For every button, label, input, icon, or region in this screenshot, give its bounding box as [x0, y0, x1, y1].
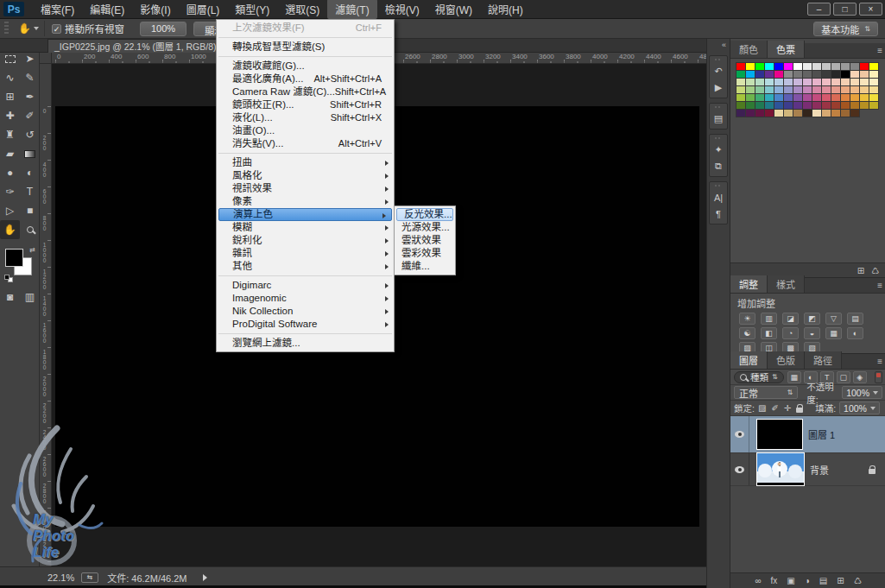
swatch[interactable]	[793, 110, 802, 117]
swatch[interactable]	[774, 102, 783, 109]
menu-item[interactable]: 鏡頭校正(R)...Shift+Ctrl+R	[217, 98, 394, 111]
swatch[interactable]	[841, 63, 850, 70]
swatch[interactable]	[746, 86, 755, 93]
swatch[interactable]	[803, 63, 812, 70]
swatch[interactable]	[860, 94, 869, 101]
filter-toggle-switch[interactable]	[875, 371, 882, 383]
tool-quick-selection[interactable]: ✎	[20, 68, 40, 87]
swatch[interactable]	[850, 110, 859, 117]
swatch[interactable]	[822, 79, 831, 85]
swatch[interactable]	[822, 86, 831, 93]
swatch[interactable]	[850, 94, 859, 101]
swatch[interactable]	[831, 110, 840, 117]
swatch[interactable]	[869, 102, 878, 109]
swatch[interactable]	[774, 71, 783, 78]
scroll-all-windows-checkbox[interactable]: ✓	[52, 24, 61, 34]
swatch[interactable]	[850, 86, 859, 93]
swatch[interactable]	[765, 79, 774, 85]
swatch[interactable]	[803, 79, 812, 85]
new-adjustment-icon[interactable]: ◑	[805, 576, 810, 585]
lock-pixels-icon[interactable]: ✐	[771, 403, 778, 413]
menu-item[interactable]: 最適化廣角(A)...Alt+Shift+Ctrl+A	[217, 73, 394, 85]
menu-item[interactable]: 其他	[217, 260, 394, 273]
tool-blur[interactable]: ●	[0, 163, 20, 182]
swatch[interactable]	[755, 63, 764, 70]
menu-item[interactable]: 風格化	[217, 169, 394, 182]
actions-panel-button[interactable]: ▶	[710, 79, 727, 96]
swatch[interactable]	[869, 63, 878, 70]
tool-spot-healing[interactable]: ✚	[0, 106, 20, 125]
swatch[interactable]	[860, 63, 869, 70]
menu-item[interactable]: 雜訊	[217, 247, 394, 260]
swatch[interactable]	[793, 79, 802, 85]
swatch[interactable]	[822, 63, 831, 70]
swatch[interactable]	[803, 71, 812, 78]
menu-item[interactable]: 油畫(O)...	[217, 124, 394, 137]
swatch[interactable]	[812, 94, 821, 101]
menu-item[interactable]: ProDigital Software	[217, 318, 394, 331]
swatch[interactable]	[812, 86, 821, 93]
menu-item[interactable]: 消失點(V)...Alt+Ctrl+V	[217, 137, 394, 150]
swatch[interactable]	[822, 94, 831, 101]
swatch[interactable]	[755, 110, 764, 117]
layer-row[interactable]: 圖層 1	[730, 416, 885, 453]
menu-item[interactable]: 轉換成智慧型濾鏡(S)	[217, 41, 394, 54]
swatch[interactable]	[784, 94, 793, 101]
swatch[interactable]	[812, 71, 821, 78]
swatch[interactable]	[831, 79, 840, 85]
character-panel-button[interactable]: A|	[710, 189, 727, 205]
workspace-switcher[interactable]: 基本功能 ⇅	[813, 22, 878, 36]
swatch[interactable]	[850, 71, 859, 78]
swatch[interactable]	[736, 71, 745, 78]
tool-clone-stamp[interactable]: ♜	[0, 125, 20, 144]
tool-path-selection[interactable]: ▷	[0, 201, 20, 220]
swatch[interactable]	[736, 94, 745, 101]
document-tab[interactable]: _IGP0225.jpg @ 22.1% (圖層 1, RGB/8) * ×	[47, 39, 241, 53]
new-swatch-icon[interactable]: ⊞	[857, 266, 864, 275]
tool-eyedropper[interactable]: ✒	[20, 87, 40, 106]
swatch[interactable]	[736, 63, 745, 70]
maximize-button[interactable]: □	[833, 3, 857, 16]
filter-kind-dropdown[interactable]: 種類 ⇅	[734, 371, 784, 383]
history-panel-button[interactable]: ↶	[710, 63, 727, 79]
lock-position-icon[interactable]: ✛	[784, 403, 791, 413]
layer-row[interactable]: 背景	[730, 453, 885, 486]
tab-調整[interactable]: 調整	[730, 275, 768, 293]
delete-swatch-icon[interactable]: ♺	[871, 266, 879, 275]
photo-filter-button[interactable]: ◔	[782, 327, 799, 339]
current-tool-indicator[interactable]: ✋	[13, 21, 45, 36]
swatch[interactable]	[869, 94, 878, 101]
hue-saturation-button[interactable]: ▤	[847, 313, 863, 325]
swatch[interactable]	[831, 86, 840, 93]
swatch[interactable]	[774, 79, 783, 85]
brightness-contrast-button[interactable]: ☀	[739, 313, 755, 325]
menubar-item-類型(Y)[interactable]: 類型(Y)	[227, 0, 277, 19]
menu-item[interactable]: 瀏覽網上濾鏡...	[217, 337, 394, 350]
swatch[interactable]	[803, 94, 812, 101]
zoom-level-field[interactable]: 22.1%	[47, 572, 74, 583]
submenu-item[interactable]: 雲狀效果	[395, 234, 455, 247]
tool-screen-mode[interactable]: ▥	[20, 288, 40, 307]
panel-menu-icon[interactable]: ≡	[877, 46, 882, 55]
device-preview-panel-button[interactable]: ▤	[710, 111, 727, 127]
tab-色票[interactable]: 色票	[768, 41, 805, 58]
swatch[interactable]	[774, 110, 783, 117]
swatch[interactable]	[850, 79, 859, 85]
collapse-dock-icon[interactable]: «	[707, 39, 730, 51]
menu-item[interactable]: 視訊效果	[217, 182, 394, 195]
submenu-item[interactable]: 光源效果...	[395, 221, 455, 234]
swatch[interactable]	[765, 63, 774, 70]
tool-hand[interactable]: ✋	[0, 220, 20, 239]
swatch[interactable]	[736, 102, 745, 109]
tool-brush[interactable]: ✐	[20, 106, 40, 125]
clone-source-panel-button[interactable]: ⧉	[710, 158, 727, 174]
menubar-item-視窗(W)[interactable]: 視窗(W)	[427, 0, 480, 19]
swatch[interactable]	[841, 102, 850, 109]
tab-樣式[interactable]: 樣式	[768, 275, 805, 293]
swatch[interactable]	[784, 102, 793, 109]
swatch[interactable]	[755, 86, 764, 93]
menu-item[interactable]: Nik Collection	[217, 305, 394, 318]
curves-button[interactable]: ◪	[782, 313, 799, 325]
menu-item[interactable]: 模糊	[217, 221, 394, 234]
menubar-item-濾鏡(T)[interactable]: 濾鏡(T)	[327, 0, 376, 19]
